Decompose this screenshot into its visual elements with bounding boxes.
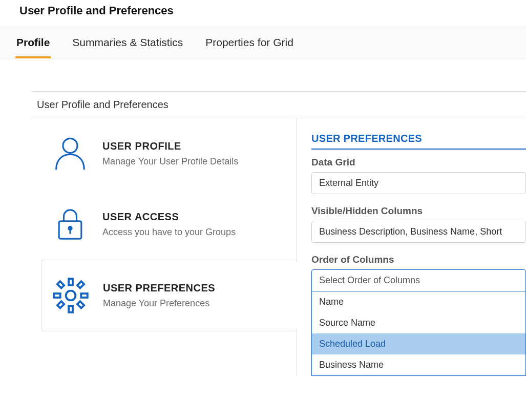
section-header: User Profile and Preferences [31, 91, 526, 118]
preferences-panel: USER PREFERENCES Data Grid External Enti… [297, 118, 526, 376]
svg-rect-8 [81, 293, 87, 298]
svg-rect-12 [57, 301, 64, 308]
order-columns-label: Order of Columns [311, 254, 526, 265]
svg-rect-7 [54, 293, 60, 298]
tab-summaries[interactable]: Summaries & Statistics [71, 27, 184, 58]
svg-rect-9 [57, 281, 64, 288]
svg-rect-11 [77, 281, 84, 288]
nav-subtitle: Access you have to your Groups [102, 227, 236, 238]
gear-icon [51, 276, 91, 316]
order-columns-input[interactable]: Select Order of Columns [311, 269, 526, 291]
order-columns-list: Name Source Name Scheduled Load Business… [311, 291, 526, 376]
nav-title: USER PREFERENCES [103, 282, 215, 294]
nav-subtitle: Manage Your Preferences [103, 298, 215, 309]
lock-icon [50, 204, 90, 244]
order-option-business-name[interactable]: Business Name [312, 354, 525, 375]
nav-user-preferences[interactable]: USER PREFERENCES Manage Your Preferences [41, 260, 297, 331]
panel-title: USER PREFERENCES [311, 133, 526, 150]
left-nav: USER PROFILE Manage Your User Profile De… [31, 118, 297, 376]
svg-point-4 [66, 291, 76, 301]
order-option-name[interactable]: Name [312, 291, 525, 312]
tab-bar: Profile Summaries & Statistics Propertie… [0, 27, 526, 58]
data-grid-label: Data Grid [311, 157, 526, 168]
visible-columns-label: Visible/Hidden Columns [311, 205, 526, 217]
svg-rect-5 [69, 279, 73, 285]
svg-point-0 [63, 138, 77, 153]
order-option-scheduled-load[interactable]: Scheduled Load [312, 333, 525, 354]
page-title: User Profile and Preferences [0, 0, 526, 27]
tab-profile[interactable]: Profile [15, 27, 51, 58]
svg-rect-6 [69, 306, 73, 312]
svg-point-2 [69, 227, 72, 230]
nav-title: USER ACCESS [102, 211, 236, 223]
order-columns-dropdown[interactable]: Select Order of Columns Name Source Name… [311, 269, 526, 376]
visible-columns-select[interactable]: Business Description, Business Name, Sho… [311, 221, 526, 243]
data-grid-select[interactable]: External Entity [311, 172, 526, 194]
nav-user-profile[interactable]: USER PROFILE Manage Your User Profile De… [31, 118, 297, 189]
nav-subtitle: Manage Your User Profile Details [102, 156, 238, 167]
svg-rect-10 [77, 301, 84, 308]
order-option-source-name[interactable]: Source Name [312, 312, 525, 333]
user-icon [50, 134, 90, 174]
tab-properties-grid[interactable]: Properties for Grid [204, 27, 294, 58]
nav-title: USER PROFILE [102, 140, 238, 152]
nav-user-access[interactable]: USER ACCESS Access you have to your Grou… [31, 189, 297, 260]
